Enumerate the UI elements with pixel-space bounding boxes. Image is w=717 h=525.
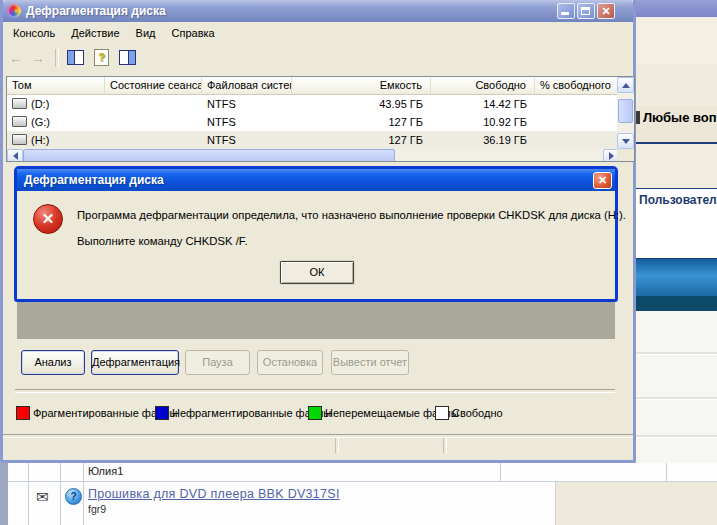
maximize-button[interactable] xyxy=(577,3,595,19)
divider xyxy=(15,389,615,393)
report-button: Вывести отчет xyxy=(331,350,409,375)
close-button[interactable]: ✕ xyxy=(597,3,615,19)
volume-name: (H:) xyxy=(31,134,49,146)
legend-label-free: Свободно xyxy=(452,407,503,419)
envelope-icon: ✉ xyxy=(36,488,49,506)
scroll-left-icon[interactable] xyxy=(7,149,23,162)
bg-right-blue-bar xyxy=(636,259,717,296)
bg-right-toolbar-band-2 xyxy=(636,64,717,106)
column-header-session[interactable]: Состояние сеанса xyxy=(105,77,202,95)
tab-marker-icon xyxy=(636,111,640,124)
screen: Любые вопро Пользователи Юлия1 ✉ ? Проши… xyxy=(0,0,717,525)
menu-help[interactable]: Справка xyxy=(164,23,223,43)
error-icon: ✕ xyxy=(33,204,63,234)
column-header-volume[interactable]: Том xyxy=(7,77,105,95)
vertical-scrollbar[interactable] xyxy=(617,77,634,149)
file-system: NTFS xyxy=(202,95,292,113)
show-console-tree-icon[interactable] xyxy=(67,50,84,65)
free-space: 14.42 ГБ xyxy=(431,95,535,113)
free-space: 36.19 ГБ xyxy=(431,131,535,149)
legend-swatch-fragmented xyxy=(16,406,30,420)
window-titlebar[interactable]: Дефрагментация диска ✕ xyxy=(3,0,633,22)
volume-row-g[interactable]: (G:) NTFS 127 ГБ 10.92 ГБ xyxy=(7,113,634,131)
volume-list: Том Состояние сеанса Файловая система Ем… xyxy=(6,76,635,162)
toolbar: ← → ? xyxy=(3,43,633,72)
volume-row-h[interactable]: (H:) NTFS 127 ГБ 36.19 ГБ xyxy=(7,131,634,149)
dialog-title: Дефрагментация диска xyxy=(24,173,164,187)
stop-button: Остановка xyxy=(257,350,323,375)
free-space: 10.92 ГБ xyxy=(431,113,535,131)
legend-swatch-free xyxy=(435,406,449,420)
bg-right-white-band xyxy=(636,214,717,259)
dialog-message-line1: Программа дефрагментации определила, что… xyxy=(77,209,626,221)
forum-cell-border xyxy=(28,463,29,525)
scrollbar-corner xyxy=(617,149,634,162)
bg-right-list-area xyxy=(636,311,717,463)
menu-view[interactable]: Вид xyxy=(128,23,164,43)
dialog-message-line2: Выполните команду CHKDSK /F. xyxy=(77,235,248,247)
scroll-down-icon[interactable] xyxy=(617,133,634,149)
column-header-free[interactable]: Свободно xyxy=(431,77,535,95)
forum-left-margin xyxy=(0,463,8,525)
drive-icon xyxy=(12,98,27,109)
forum-cell-border xyxy=(500,463,501,482)
capacity: 127 ГБ xyxy=(292,131,431,149)
bg-right-row-divider xyxy=(636,352,717,355)
status-pane-divider xyxy=(335,438,339,453)
window-title: Дефрагментация диска xyxy=(26,4,166,18)
defragment-button[interactable]: Дефрагментация xyxy=(91,350,179,375)
show-details-pane-icon[interactable] xyxy=(119,50,136,65)
file-system: NTFS xyxy=(202,113,292,131)
bg-tab-label: Любые вопро xyxy=(643,110,717,125)
volume-list-header: Том Состояние сеанса Файловая система Ем… xyxy=(7,77,634,95)
ok-button[interactable]: ОК xyxy=(280,261,354,284)
analyze-button[interactable]: Анализ xyxy=(21,350,85,375)
forward-icon[interactable]: → xyxy=(31,50,45,66)
menu-console[interactable]: Консоль xyxy=(5,23,63,43)
help-icon[interactable]: ? xyxy=(94,49,109,66)
menu-action[interactable]: Действие xyxy=(63,23,127,43)
file-system: NTFS xyxy=(202,131,292,149)
capacity: 43.95 ГБ xyxy=(292,95,431,113)
defrag-app-icon xyxy=(7,4,21,18)
toolbar-separator xyxy=(55,49,59,67)
forum-cell-border xyxy=(83,463,84,525)
capacity: 127 ГБ xyxy=(292,113,431,131)
column-header-filesystem[interactable]: Файловая система xyxy=(202,77,292,95)
legend-swatch-unfragmented xyxy=(155,406,169,420)
forum-cell-border xyxy=(666,463,667,482)
bg-right-tab[interactable]: Любые вопро xyxy=(636,106,717,146)
forum-bottom-panel xyxy=(555,482,717,525)
horizontal-scrollbar[interactable] xyxy=(7,149,619,162)
chkdsk-dialog: Дефрагментация диска ✕ ✕ Программа дефра… xyxy=(14,166,618,302)
vertical-scroll-thumb[interactable] xyxy=(618,99,633,123)
bg-right-row-divider xyxy=(636,397,717,400)
volume-name: (G:) xyxy=(31,116,50,128)
dialog-titlebar[interactable]: Дефрагментация диска ✕ xyxy=(17,169,615,191)
bg-users-header: Пользователи xyxy=(636,189,717,214)
bg-right-top-band xyxy=(636,0,717,17)
pause-button: Пауза xyxy=(185,350,250,375)
column-header-capacity[interactable]: Емкость xyxy=(292,77,431,95)
session-state xyxy=(105,131,202,149)
volume-name: (D:) xyxy=(31,98,49,110)
drive-icon xyxy=(12,116,27,127)
minimize-button[interactable] xyxy=(557,3,575,19)
bg-right-toolbar-band-1 xyxy=(636,17,717,65)
session-state xyxy=(105,95,202,113)
volume-row-d[interactable]: (D:) NTFS 43.95 ГБ 14.42 ГБ xyxy=(7,95,634,113)
forum-author-2: fgr9 xyxy=(88,503,106,515)
bg-right-band-3 xyxy=(636,144,717,189)
drive-icon xyxy=(12,134,27,145)
question-status-icon: ? xyxy=(65,488,82,505)
dialog-close-button[interactable]: ✕ xyxy=(593,172,612,189)
status-groove xyxy=(3,434,633,438)
session-state xyxy=(105,113,202,131)
forum-topic-link[interactable]: Прошивка для DVD плеера BBK DV317SI xyxy=(88,487,340,501)
scroll-up-icon[interactable] xyxy=(617,77,634,93)
bg-right-row-divider xyxy=(636,435,717,438)
back-icon[interactable]: ← xyxy=(9,50,23,66)
forum-cell-border xyxy=(60,463,61,525)
forum-author-1: Юлия1 xyxy=(88,465,123,477)
horizontal-scroll-thumb[interactable] xyxy=(23,149,395,162)
